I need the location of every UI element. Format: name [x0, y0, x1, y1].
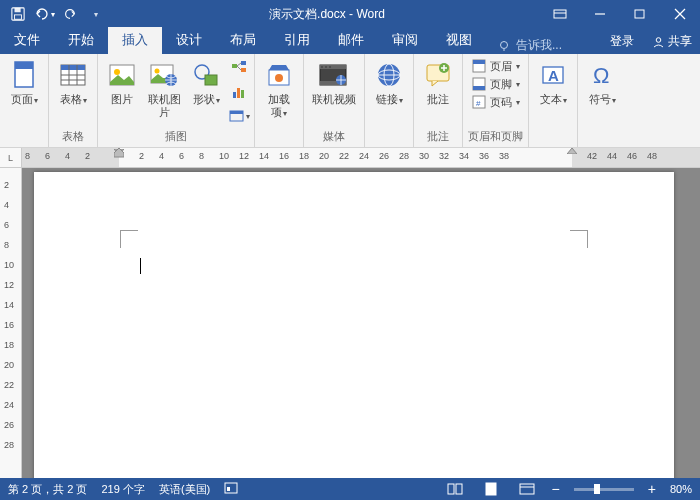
svg-rect-68	[520, 484, 534, 494]
undo-button[interactable]: ▾	[32, 2, 56, 26]
maximize-icon	[634, 8, 646, 20]
svg-rect-28	[241, 61, 246, 65]
svg-point-44	[329, 66, 331, 68]
group-comments: 批注 批注	[414, 54, 463, 147]
maximize-button[interactable]	[620, 0, 660, 28]
web-layout-button[interactable]	[516, 480, 538, 498]
tab-view[interactable]: 视图	[432, 27, 486, 54]
group-label-comments: 批注	[418, 127, 458, 147]
svg-point-21	[114, 69, 120, 75]
window-title: 演示文档.docx - Word	[114, 6, 540, 23]
pages-button[interactable]: 页面▾	[4, 57, 44, 108]
right-indent-marker[interactable]	[567, 148, 577, 154]
save-button[interactable]	[6, 2, 30, 26]
print-layout-button[interactable]	[480, 480, 502, 498]
chart-icon	[231, 84, 247, 100]
svg-rect-57	[473, 86, 485, 90]
chart-button[interactable]	[228, 81, 250, 103]
ribbon-display-button[interactable]	[540, 0, 580, 28]
comment-button[interactable]: 批注	[418, 57, 458, 108]
table-button[interactable]: 表格▾	[53, 57, 93, 108]
read-mode-icon	[447, 483, 463, 495]
svg-rect-29	[241, 68, 246, 72]
svg-text:#: #	[476, 99, 481, 108]
group-label-media: 媒体	[308, 127, 360, 147]
group-addins: 加载 项▾	[255, 54, 304, 147]
work-area: 246810121416182022242628	[0, 168, 700, 478]
minimize-button[interactable]	[580, 0, 620, 28]
share-button[interactable]: 共享	[644, 29, 700, 54]
tab-design[interactable]: 设计	[162, 27, 216, 54]
svg-rect-6	[635, 10, 644, 18]
store-icon	[266, 62, 292, 88]
pictures-button[interactable]: 图片	[102, 57, 142, 108]
text-button[interactable]: A文本▾	[533, 57, 573, 108]
zoom-in-button[interactable]: +	[648, 481, 656, 497]
svg-text:Ω: Ω	[593, 63, 609, 88]
link-icon	[376, 62, 402, 88]
read-mode-button[interactable]	[444, 480, 466, 498]
close-button[interactable]	[660, 0, 700, 28]
svg-rect-55	[473, 60, 485, 64]
svg-text:A: A	[548, 67, 559, 84]
ruler-horizontal[interactable]: 8642246810121416182022242628303234363842…	[22, 148, 700, 167]
document-area[interactable]	[22, 168, 700, 478]
svg-point-43	[325, 66, 327, 68]
svg-rect-64	[227, 487, 230, 491]
textbox-icon: A	[540, 62, 566, 88]
header-button[interactable]: 页眉▾	[467, 57, 524, 75]
tab-mailings[interactable]: 邮件	[324, 27, 378, 54]
status-bar: 第 2 页，共 2 页 219 个字 英语(美国) − + 80%	[0, 478, 700, 500]
zoom-slider[interactable]	[574, 488, 634, 491]
margin-crop-tl	[120, 230, 138, 248]
svg-point-11	[656, 38, 661, 43]
ribbon-tabs: 文件 开始 插入 设计 布局 引用 邮件 审阅 视图 告诉我... 登录 共享	[0, 28, 700, 54]
ruler-vertical[interactable]: 246810121416182022242628	[0, 168, 22, 478]
redo-button[interactable]	[58, 2, 82, 26]
signin-button[interactable]: 登录	[600, 29, 644, 54]
customize-qat-button[interactable]: ▾	[84, 2, 108, 26]
title-bar: ▾ ▾ 演示文档.docx - Word	[0, 0, 700, 28]
ribbon-display-icon	[553, 9, 567, 19]
ruler-corner: L	[0, 148, 22, 167]
tab-file[interactable]: 文件	[0, 27, 54, 54]
footer-button[interactable]: 页脚▾	[467, 75, 524, 93]
footer-icon	[472, 77, 486, 91]
tab-insert[interactable]: 插入	[108, 27, 162, 54]
tell-me-search[interactable]: 告诉我...	[486, 37, 600, 54]
page-count-status[interactable]: 第 2 页，共 2 页	[8, 482, 87, 497]
screenshot-button[interactable]: ▾	[228, 105, 250, 127]
ribbon: 页面▾ 表格▾ 表格 图片 联机图片 形状▾ ▾ 插图 加载 项▾ 联机视频	[0, 54, 700, 148]
online-video-button[interactable]: 联机视频	[308, 57, 360, 108]
shapes-button[interactable]: 形状▾	[186, 57, 226, 108]
page-number-button[interactable]: #页码▾	[467, 93, 524, 111]
zoom-level[interactable]: 80%	[670, 483, 692, 495]
comment-icon	[424, 62, 452, 88]
tab-layout[interactable]: 布局	[216, 27, 270, 54]
pagenum-icon: #	[472, 95, 486, 109]
macro-status[interactable]	[224, 482, 238, 496]
tab-review[interactable]: 审阅	[378, 27, 432, 54]
svg-rect-63	[225, 483, 237, 493]
symbol-button[interactable]: Ω符号▾	[582, 57, 622, 108]
tab-home[interactable]: 开始	[54, 27, 108, 54]
online-pictures-button[interactable]: 联机图片	[144, 57, 184, 120]
macro-icon	[224, 482, 238, 494]
zoom-out-button[interactable]: −	[552, 481, 560, 497]
addins-button[interactable]: 加载 项▾	[259, 57, 299, 120]
svg-point-9	[501, 41, 508, 48]
svg-rect-15	[61, 65, 85, 70]
page[interactable]	[34, 172, 674, 478]
smartart-button[interactable]	[228, 57, 250, 79]
svg-rect-1	[15, 8, 21, 12]
links-button[interactable]: 链接▾	[369, 57, 409, 108]
word-count-status[interactable]: 219 个字	[101, 482, 144, 497]
quick-access-toolbar: ▾ ▾	[0, 2, 114, 26]
group-label-hf: 页眉和页脚	[467, 127, 524, 147]
language-status[interactable]: 英语(美国)	[159, 482, 210, 497]
tab-references[interactable]: 引用	[270, 27, 324, 54]
left-indent-marker[interactable]	[114, 148, 124, 158]
group-media: 联机视频 媒体	[304, 54, 365, 147]
group-tables: 表格▾ 表格	[49, 54, 98, 147]
print-layout-icon	[484, 482, 498, 496]
